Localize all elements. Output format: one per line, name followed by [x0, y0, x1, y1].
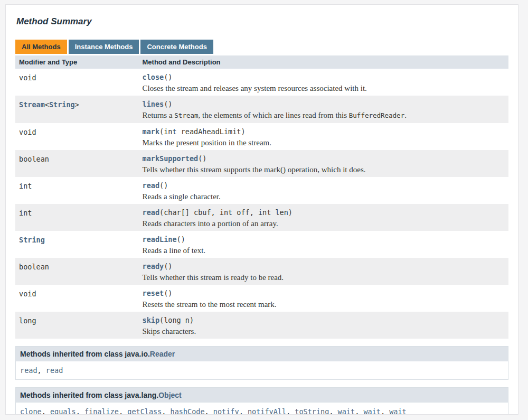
inherited-method-link[interactable]: equals [50, 407, 76, 415]
description-text: Reads a line of text. [143, 246, 206, 255]
table-row: booleanready()Tells whether this stream … [15, 258, 508, 285]
inherited-methods-container: Methods inherited from class java.io.Rea… [15, 346, 508, 415]
method-link[interactable]: read [143, 208, 160, 217]
inline-code: Stream [174, 111, 198, 119]
method-description: Skips characters. [143, 327, 509, 335]
method-args: (long n) [159, 316, 194, 324]
modifier-type-code: String [19, 236, 45, 244]
table-row: voidmark(int readAheadLimit)Marks the pr… [15, 123, 508, 150]
modifier-type-cell: int [15, 177, 139, 204]
method-link[interactable]: ready [143, 262, 164, 270]
description-text: Marks the present position in the stream… [143, 138, 272, 147]
inherited-method-list: clone, equals, finalize, getClass, hashC… [16, 403, 508, 415]
description-text: Closes the stream and releases any syste… [143, 84, 367, 92]
method-separator: , [329, 407, 337, 415]
method-description-cell: markSupported()Tells whether this stream… [139, 150, 509, 177]
page-title: Method Summary [16, 16, 508, 27]
method-link[interactable]: read [143, 181, 160, 190]
inline-code: BufferedReader [349, 111, 404, 119]
modifier-type-code: void [19, 73, 36, 82]
method-link[interactable]: mark [143, 127, 160, 136]
method-link[interactable]: lines [143, 100, 164, 108]
method-args: (int readAheadLimit) [159, 127, 246, 136]
method-description-cell: ready()Tells whether this stream is read… [139, 258, 509, 285]
modifier-type-cell: int [15, 204, 139, 231]
inherited-section-header: Methods inherited from class java.lang.O… [16, 388, 508, 403]
method-signature: read() [143, 181, 509, 190]
method-separator: , [286, 407, 295, 415]
modifier-type-cell: void [15, 123, 139, 150]
tab-instance-methods[interactable]: Instance Methods [69, 40, 139, 54]
method-description: Returns a Stream, the elements of which … [143, 111, 509, 120]
table-header-row: Modifier and Type Method and Description [15, 55, 508, 69]
modifier-type-cell: void [15, 69, 139, 96]
method-description: Reads characters into a portion of an ar… [143, 219, 509, 228]
method-separator: , [42, 407, 50, 415]
inherited-method-link[interactable]: clone [20, 407, 42, 415]
inherited-method-link[interactable]: finalize [84, 407, 119, 415]
type-link[interactable]: Stream [19, 100, 45, 109]
inherited-method-link[interactable]: read [20, 366, 37, 375]
table-row: intread()Reads a single character. [15, 177, 508, 204]
inherited-class-link[interactable]: Reader [150, 350, 175, 358]
method-args: () [164, 262, 172, 270]
table-row: voidclose()Closes the stream and release… [15, 69, 508, 96]
inherited-method-link[interactable]: wait [389, 407, 407, 415]
inherited-method-link[interactable]: wait [363, 407, 381, 415]
method-signature: close() [143, 73, 509, 81]
inherited-method-link[interactable]: notify [213, 407, 239, 415]
inherited-class-link[interactable]: Object [158, 391, 182, 399]
method-signature: lines() [143, 100, 509, 108]
method-description: Closes the stream and releases any syste… [143, 84, 509, 92]
tab-all-methods[interactable]: All Methods [15, 40, 67, 54]
description-text: Resets the stream to the most recent mar… [143, 300, 277, 309]
table-row: StringreadLine()Reads a line of text. [15, 231, 508, 258]
inherited-method-link[interactable]: toString [295, 407, 329, 415]
method-signature: ready() [143, 262, 509, 270]
inherited-methods-section-object: Methods inherited from class java.lang.O… [15, 387, 508, 415]
method-separator: , [162, 407, 170, 415]
method-description-cell: read(char[] cbuf, int off, int len)Reads… [139, 204, 509, 231]
modifier-type-cell: boolean [15, 258, 139, 285]
description-text: Tells whether this stream is ready to be… [143, 273, 284, 282]
method-summary-body: voidclose()Closes the stream and release… [15, 69, 508, 339]
method-separator: , [355, 407, 363, 415]
description-text: Returns a [143, 111, 175, 119]
table-row: booleanmarkSupported()Tells whether this… [15, 150, 508, 177]
method-link[interactable]: reset [143, 289, 164, 297]
method-description-cell: lines()Returns a Stream, the elements of… [139, 96, 509, 123]
type-text: long [19, 316, 36, 325]
inherited-method-link[interactable]: notifyAll [248, 407, 286, 415]
method-signature: reset() [143, 289, 509, 297]
modifier-type-cell: void [15, 285, 139, 312]
method-link[interactable]: readLine [143, 235, 177, 244]
method-description-cell: skip(long n)Skips characters. [139, 312, 509, 339]
modifier-type-code: void [19, 290, 36, 298]
table-row: voidreset()Resets the stream to the most… [15, 285, 508, 312]
inherited-method-link[interactable]: read [46, 366, 63, 375]
inherited-method-link[interactable]: getClass [127, 407, 162, 415]
table-header: Modifier and Type Method and Description [15, 55, 508, 69]
type-link[interactable]: String [19, 236, 45, 244]
description-text: . [404, 111, 407, 119]
description-text: , the elements of which are lines read f… [198, 111, 348, 119]
inherited-method-link[interactable]: hashCode [171, 407, 205, 415]
method-link[interactable]: close [143, 73, 164, 81]
type-text: void [19, 128, 36, 136]
modifier-type-code: int [19, 209, 32, 217]
method-link[interactable]: skip [143, 316, 160, 324]
method-description-cell: close()Closes the stream and releases an… [139, 69, 509, 96]
method-link[interactable]: markSupported [143, 154, 199, 163]
inherited-header-text: Methods inherited from class java.io. [20, 350, 150, 358]
modifier-type-cell: boolean [15, 150, 139, 177]
type-link[interactable]: String [49, 100, 75, 109]
inherited-method-link[interactable]: wait [338, 407, 355, 415]
method-description: Tells whether this stream is ready to be… [143, 273, 509, 282]
method-summary-table: Modifier and Type Method and Description… [15, 55, 508, 339]
description-text: Skips characters. [143, 327, 196, 335]
type-text: int [19, 182, 32, 190]
method-signature: readLine() [143, 235, 509, 244]
method-description-cell: reset()Resets the stream to the most rec… [139, 285, 509, 312]
tab-concrete-methods[interactable]: Concrete Methods [140, 40, 213, 54]
method-separator: , [76, 407, 84, 415]
